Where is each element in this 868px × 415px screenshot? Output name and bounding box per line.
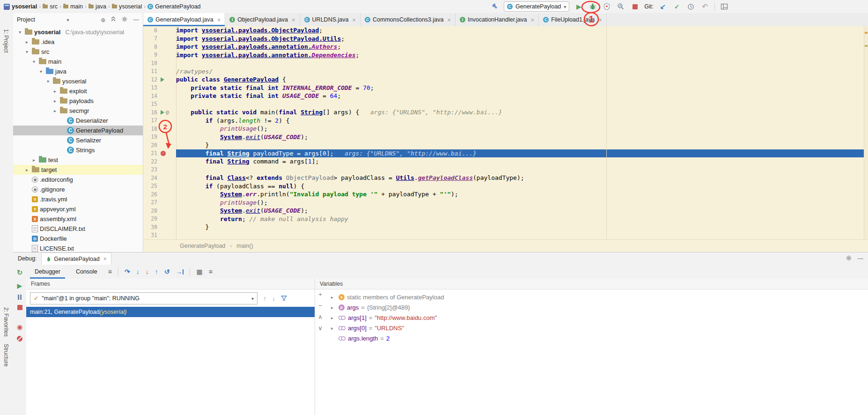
view-breakpoints-icon[interactable]: ◉ (17, 323, 22, 331)
build-hammer-icon[interactable] (490, 1, 499, 12)
tree-item-appveyor.yml[interactable]: Yappveyor.yml (13, 204, 143, 214)
tree-item-ysoserial[interactable]: ▾ysoserial (13, 76, 143, 86)
run-arrow-icon[interactable] (161, 110, 164, 115)
tree-item-serializer[interactable]: CSerializer (13, 135, 143, 145)
tree-chevron-icon[interactable]: ▸ (31, 157, 37, 163)
debug-settings-icon[interactable]: ≡ (209, 268, 213, 275)
run-config-selector[interactable]: C GeneratePayload ▾ (504, 1, 569, 12)
toolwindow-project-label[interactable]: 1: Project (3, 29, 9, 53)
run-button[interactable]: ▶ (574, 1, 583, 12)
settings-gear-icon[interactable] (846, 255, 852, 263)
prev-frame-arrow-icon[interactable]: ↑ (263, 295, 266, 302)
tree-item-secmgr[interactable]: ▸secmgr (13, 106, 143, 116)
tree-item-target[interactable]: ▸target (13, 165, 143, 175)
editor-tab-generatepayload.java[interactable]: CGeneratePayload.java× (143, 13, 225, 26)
editor-tab-objectpayload.java[interactable]: IObjectPayload.java× (225, 13, 300, 26)
stop-button[interactable] (630, 1, 640, 12)
tree-chevron-icon[interactable]: ▸ (24, 167, 30, 172)
tab-console[interactable]: Console (71, 265, 102, 279)
tree-chevron-icon[interactable]: ▸ (52, 89, 58, 94)
history-button[interactable] (686, 1, 696, 12)
editor[interactable]: 678910111213141516@1718192021✓2223242526… (143, 26, 868, 240)
step-out-icon[interactable]: ↑ (155, 268, 158, 275)
run-to-cursor-icon[interactable]: → (176, 268, 184, 275)
breadcrumb-item-ysoserial[interactable]: ysoserial (112, 3, 142, 10)
tree-item-.idea[interactable]: ▸.idea (13, 37, 143, 47)
tree-item-payloads[interactable]: ▸payloads (13, 96, 143, 106)
breadcrumb-item-generatepayload[interactable]: CGeneratePayload (147, 3, 200, 10)
tab-debugger[interactable]: Debugger (30, 265, 65, 279)
view-as-table-icon[interactable]: ▦ (196, 268, 202, 275)
tree-item-deserializer[interactable]: CDeserializer (13, 116, 143, 126)
tree-chevron-icon[interactable]: ▸ (331, 295, 336, 300)
editor-tab-urldns.java[interactable]: CURLDNS.java× (300, 13, 360, 26)
tree-chevron-icon[interactable]: ▾ (17, 30, 23, 35)
tree-chevron-icon[interactable]: ▸ (24, 39, 30, 44)
tree-item-generatepayload[interactable]: CGeneratePayload (13, 126, 143, 135)
editor-tab-fileupload1.java[interactable]: CFileUpload1.java× (539, 13, 607, 26)
tree-item-ysoserial[interactable]: ▾ysoserialC:\java-study\ysoserial (13, 27, 143, 37)
tree-item-disclaimer.txt[interactable]: DISCLAIMER.txt (13, 224, 143, 234)
debug-session-tab[interactable]: GeneratePayload × (41, 252, 111, 265)
layout-button[interactable] (720, 1, 729, 12)
breadcrumb-method[interactable]: main() (236, 243, 253, 249)
breadcrumb-item-java[interactable]: java (88, 3, 106, 10)
layout-menu-icon[interactable]: ≡ (108, 268, 112, 275)
tree-item-main[interactable]: ▾main (13, 57, 143, 67)
tree-chevron-icon[interactable]: ▾ (38, 69, 44, 74)
rollback-button[interactable]: ↶ (700, 1, 710, 12)
tab-close-icon[interactable]: × (447, 16, 451, 23)
collapse-all-icon[interactable] (110, 16, 116, 23)
tree-item-strings[interactable]: CStrings (13, 145, 143, 155)
tree-item-src[interactable]: ▾src (13, 47, 143, 57)
force-step-into-icon[interactable]: ↓ (146, 268, 149, 275)
rerun-debug-icon[interactable]: ↻ (17, 268, 23, 277)
profiler-button[interactable] (616, 1, 625, 12)
tree-item-test[interactable]: ▸test (13, 155, 143, 165)
git-commit-button[interactable]: ✓ (672, 1, 682, 12)
tab-close-icon[interactable]: × (352, 16, 356, 23)
mute-breakpoints-icon[interactable] (17, 336, 22, 341)
breadcrumb-item-src[interactable]: src (43, 3, 58, 10)
step-into-icon[interactable]: ↓ (136, 268, 140, 275)
run-arrow-icon[interactable] (161, 77, 164, 82)
project-tree[interactable]: ▾ysoserialC:\java-study\ysoserial▸.idea▾… (13, 27, 143, 252)
tree-item-license.txt[interactable]: LICENSE.txt (13, 244, 143, 252)
breadcrumb-class[interactable]: GeneratePayload (180, 243, 225, 249)
toolwindow-structure-label[interactable]: Structure (3, 344, 9, 367)
tree-chevron-icon[interactable]: ▸ (52, 98, 58, 104)
next-frame-arrow-icon[interactable]: ↓ (272, 295, 275, 302)
breadcrumb-item-ysoserial[interactable]: ysoserial (4, 3, 37, 10)
tree-item-assembly.xml[interactable]: Xassembly.xml (13, 214, 143, 224)
hide-panel-icon[interactable]: — (858, 255, 864, 262)
tab-close-icon[interactable]: × (217, 16, 221, 23)
tab-close-icon[interactable]: × (598, 16, 602, 23)
breakpoint-icon[interactable]: ✓ (161, 151, 166, 156)
hide-panel-icon[interactable]: — (133, 16, 139, 23)
variables-list[interactable]: ▸sstatic members of GeneratePayload▸parg… (315, 289, 868, 415)
resume-icon[interactable]: ▶ (17, 282, 22, 289)
tab-close-icon[interactable]: × (292, 16, 295, 23)
variable-row[interactable]: ▸args[0] = "URLDNS" (315, 323, 868, 333)
tree-chevron-icon[interactable]: ▸ (331, 326, 336, 331)
editor-tab-commonscollections3.java[interactable]: CCommonsCollections3.java× (360, 13, 456, 26)
error-stripe[interactable] (864, 26, 868, 240)
tree-item-.travis.yml[interactable]: Y.travis.yml (13, 194, 143, 204)
variable-row[interactable]: ▸args[1] = "http://www.baidu.com" (315, 312, 868, 323)
chevron-down-icon[interactable]: ▾ (66, 17, 69, 22)
coverage-button[interactable] (602, 1, 611, 12)
locate-icon[interactable]: ⊕ (101, 16, 105, 23)
code-area[interactable]: import ysoserial.payloads.ObjectPayload;… (176, 26, 864, 240)
git-update-button[interactable]: ↙ (658, 1, 668, 12)
filter-funnel-icon[interactable] (281, 296, 287, 301)
tree-item-java[interactable]: ▾java (13, 67, 143, 76)
tree-chevron-icon[interactable]: ▾ (31, 59, 37, 64)
pause-icon[interactable] (18, 295, 22, 300)
debug-button[interactable] (588, 1, 597, 12)
close-icon[interactable]: × (103, 255, 107, 262)
thread-selector[interactable]: ✓ "main"@1 in group "main": RUNNING ▾ (30, 292, 257, 304)
variable-row[interactable]: ▸pargs = {String[2]@489} (315, 302, 868, 312)
tree-chevron-icon[interactable]: ▸ (52, 108, 58, 113)
warning-mark[interactable] (865, 45, 868, 47)
tree-item-dockerfile[interactable]: DDockerfile (13, 234, 143, 244)
